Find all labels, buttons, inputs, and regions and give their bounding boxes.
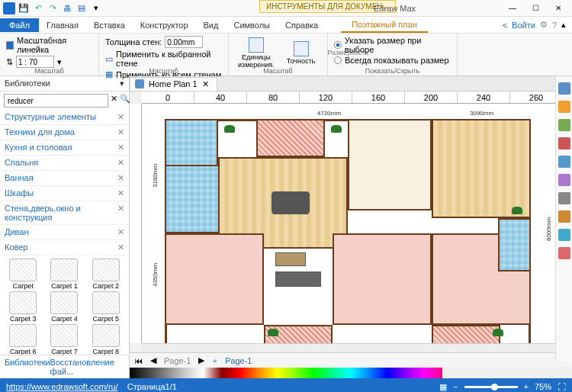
right-panel-icon[interactable]	[558, 229, 570, 241]
library-category[interactable]: Диван✕	[0, 225, 129, 240]
library-footer-libs[interactable]: Библиотеки	[5, 358, 50, 376]
category-close-icon[interactable]: ✕	[117, 158, 124, 168]
page-nav-first-icon[interactable]: ⏮	[134, 356, 143, 365]
zoom-slider[interactable]	[464, 386, 518, 388]
plant-icon[interactable]	[493, 329, 503, 336]
page-nav-next-icon[interactable]: ▶	[198, 355, 204, 365]
room-kitchen[interactable]	[348, 119, 432, 210]
library-category[interactable]: Спальня✕	[0, 156, 129, 171]
zoom-in-icon[interactable]: +	[524, 382, 529, 391]
library-category[interactable]: Техники для дома✕	[0, 125, 129, 140]
qat-edraw-icon[interactable]	[3, 2, 15, 14]
coffee-table[interactable]	[275, 252, 306, 266]
shape-item[interactable]: Carpet	[3, 259, 43, 290]
color-palette-bar[interactable]	[130, 368, 442, 378]
category-close-icon[interactable]: ✕	[117, 173, 124, 183]
shape-item[interactable]: Carpet 6	[3, 324, 43, 355]
library-search-input[interactable]	[4, 94, 108, 108]
status-url[interactable]: https://www.edrawsoft.com/ru/	[6, 382, 118, 391]
library-category[interactable]: Стена,дверь,окно и конструкция✕	[0, 201, 129, 225]
horizontal-scrollbar[interactable]	[142, 343, 563, 352]
library-category[interactable]: Ванная✕	[0, 171, 129, 186]
floorplan-drawing[interactable]: 4720mm 3180mm 4350mm 8000mm 3980mm 3680m…	[165, 119, 531, 343]
scale-arrows-icon[interactable]: ⇅	[6, 57, 13, 67]
category-close-icon[interactable]: ✕	[117, 227, 124, 237]
category-close-icon[interactable]: ✕	[117, 188, 124, 198]
room-bathroom-r[interactable]	[498, 218, 531, 272]
right-panel-icon[interactable]	[558, 101, 570, 113]
right-panel-icon[interactable]	[558, 119, 570, 131]
collapse-ribbon-icon[interactable]: ▴	[561, 20, 566, 30]
login-link[interactable]: Войти	[512, 21, 535, 30]
close-button[interactable]: ✕	[548, 1, 569, 16]
plant-icon[interactable]	[224, 125, 235, 133]
help-icon[interactable]: ?	[552, 21, 557, 30]
menu-help[interactable]: Справка	[278, 18, 326, 32]
room-balcony-top[interactable]	[256, 119, 325, 157]
category-close-icon[interactable]: ✕	[117, 204, 124, 222]
show-on-select-radio[interactable]	[334, 41, 342, 49]
apply-selected-icon[interactable]: ▭	[105, 54, 113, 64]
shape-item[interactable]: Carpet 7	[44, 324, 84, 355]
library-category[interactable]: Структурные элементы✕	[0, 110, 129, 125]
menu-floorplan[interactable]: Поэтажный план	[341, 18, 428, 33]
menu-symbols[interactable]: Символы	[226, 18, 278, 32]
library-category[interactable]: Ковер✕	[0, 240, 129, 255]
wall-thickness-input[interactable]	[165, 36, 203, 48]
library-menu-icon[interactable]: ▾	[120, 79, 124, 88]
room-bedroom-l[interactable]	[165, 233, 264, 325]
always-show-radio[interactable]	[334, 56, 342, 64]
category-close-icon[interactable]: ✕	[117, 143, 124, 153]
plant-icon[interactable]	[268, 329, 278, 336]
fullscreen-icon[interactable]: ⛶	[558, 382, 566, 391]
ruler-checkbox[interactable]	[6, 41, 14, 50]
shape-item[interactable]: Carpet 4	[44, 291, 84, 323]
room-bedroom-m[interactable]	[333, 233, 432, 325]
view-mode-icon[interactable]: ▦	[439, 382, 447, 392]
right-panel-icon[interactable]	[558, 210, 570, 223]
qat-print-icon[interactable]: 🖶	[61, 2, 73, 14]
sofa[interactable]	[275, 272, 321, 287]
qat-undo-icon[interactable]: ↶	[32, 2, 44, 14]
zoom-out-icon[interactable]: −	[453, 382, 458, 391]
precision-button[interactable]: Точность	[284, 40, 319, 67]
category-close-icon[interactable]: ✕	[117, 243, 124, 252]
maximize-button[interactable]: ☐	[525, 1, 546, 16]
apply-selected-label[interactable]: Применить к выбранной стене	[116, 50, 222, 68]
right-panel-icon[interactable]	[558, 137, 570, 149]
qat-more-icon[interactable]: ▾	[90, 2, 102, 14]
minimize-button[interactable]: ―	[502, 1, 523, 16]
room-study[interactable]	[432, 119, 531, 218]
page-tab-1[interactable]: Page-1	[164, 356, 191, 365]
plant-icon[interactable]	[331, 125, 342, 133]
menu-home[interactable]: Главная	[39, 18, 86, 32]
qat-save-icon[interactable]: 💾	[18, 2, 30, 14]
dining-table[interactable]	[272, 191, 310, 214]
menu-view[interactable]: Вид	[196, 18, 227, 32]
right-panel-icon[interactable]	[558, 156, 570, 168]
page-add-icon[interactable]: +	[212, 356, 217, 365]
page-tab-active[interactable]: Page-1	[225, 356, 252, 365]
shape-item[interactable]: Carpet 2	[86, 259, 126, 290]
menu-design[interactable]: Конструктор	[133, 18, 196, 32]
category-close-icon[interactable]: ✕	[117, 112, 124, 122]
scale-input[interactable]	[16, 56, 54, 68]
menu-insert[interactable]: Вставка	[86, 18, 133, 32]
share-icon[interactable]: <	[503, 21, 507, 30]
category-close-icon[interactable]: ✕	[117, 127, 124, 137]
library-category[interactable]: Кухня и столовая✕	[0, 140, 129, 156]
file-menu[interactable]: Файл	[0, 18, 39, 32]
plant-icon[interactable]	[512, 207, 522, 214]
right-panel-icon[interactable]	[558, 247, 570, 259]
search-icon[interactable]: 🔍	[120, 94, 130, 108]
library-footer-restore[interactable]: Восстановление фай...	[50, 358, 124, 376]
doc-tab-close-icon[interactable]: ✕	[202, 79, 209, 89]
qat-redo-icon[interactable]: ↷	[47, 2, 59, 14]
page-nav-prev-icon[interactable]: ◀	[150, 355, 156, 365]
shape-item[interactable]: Carpet 3	[3, 291, 43, 323]
right-panel-icon[interactable]	[558, 174, 570, 186]
units-button[interactable]: Единицы измерения.	[235, 36, 278, 71]
library-category[interactable]: Шкафы✕	[0, 186, 129, 201]
settings-icon[interactable]: ⚙	[540, 20, 548, 30]
qat-export-icon[interactable]: ▤	[76, 2, 88, 14]
